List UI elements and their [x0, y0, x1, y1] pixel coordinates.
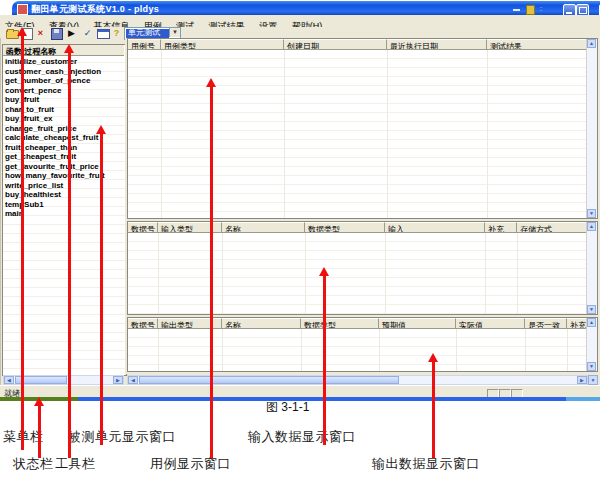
callout-output-window: 输出数据显示窗口: [372, 455, 480, 473]
column-gridline: [487, 50, 488, 218]
scroll-up-icon[interactable]: ▲: [587, 318, 596, 327]
column-gridline: [222, 329, 223, 371]
column-header[interactable]: 名称: [222, 222, 305, 233]
output-table-body: [128, 329, 587, 371]
column-header[interactable]: 数据类型: [305, 222, 385, 233]
delete-icon[interactable]: ×: [34, 28, 47, 39]
scroll-right-icon[interactable]: ▶: [577, 376, 587, 384]
scroll-down-icon[interactable]: ▼: [587, 305, 596, 314]
check-icon[interactable]: ✓: [81, 28, 94, 39]
app-icon: [17, 4, 28, 15]
column-header[interactable]: 数据号: [128, 318, 158, 329]
output-table-header: 数据号 输出类型 名称 数据类型 预期值 实际值 是否一致 补充: [128, 318, 587, 329]
input-data-table: 数据号 输入类型 名称 数据类型 输入 补充 存储方式 ▲ ▼: [127, 221, 598, 315]
column-gridline: [305, 233, 306, 314]
column-gridline: [379, 329, 380, 371]
usecase-vertical-scrollbar[interactable]: ▲ ▼: [586, 39, 597, 218]
column-header[interactable]: 是否一致: [525, 318, 567, 329]
callout-input-window: 输入数据显示窗口: [248, 428, 356, 446]
column-header[interactable]: 用例类型: [161, 39, 284, 50]
restore-icon: [579, 7, 587, 14]
annotation-arrow-menu-bar: [21, 35, 24, 450]
column-header[interactable]: 实际值: [456, 318, 525, 329]
scroll-down-icon[interactable]: ▼: [587, 209, 596, 218]
column-header[interactable]: 用例号: [128, 39, 161, 50]
scroll-down-icon[interactable]: ▼: [587, 362, 596, 371]
input-vertical-scrollbar[interactable]: ▲ ▼: [586, 222, 597, 314]
column-gridline: [301, 329, 302, 371]
figure-page: 翻田单元测试系统V1.0 - pldys : × 文件(F) 查看(V) 基本信…: [0, 0, 600, 483]
figure-caption: 图 3-1-1: [266, 399, 309, 416]
callout-usecase-window: 用例显示窗口: [150, 455, 231, 473]
annotation-arrow-status-bar: [38, 405, 41, 458]
column-gridline: [485, 233, 486, 314]
column-header[interactable]: 数据号: [128, 222, 158, 233]
column-header[interactable]: 预期值: [379, 318, 456, 329]
scroll-right-icon[interactable]: ▶: [113, 376, 123, 384]
callout-status-bar: 状态栏: [13, 455, 54, 473]
usecase-table: 用例号 用例类型 创建日期 最近执行日期 测试结果 ▲ ▼: [127, 38, 598, 219]
column-gridline: [567, 329, 568, 371]
annotation-arrow-unit-window: [100, 133, 103, 445]
input-table-body: [128, 233, 587, 314]
scroll-down-icon[interactable]: ▼: [588, 375, 598, 385]
column-header[interactable]: 测试结果: [487, 39, 587, 50]
minimize-icon: [566, 12, 572, 14]
column-header[interactable]: 创建日期: [284, 39, 387, 50]
save-icon[interactable]: [51, 28, 63, 40]
column-gridline: [517, 233, 518, 314]
window-bottom-border: [566, 397, 600, 401]
tray-dots-icon: :: [540, 5, 542, 12]
column-header[interactable]: 最近执行日期: [387, 39, 487, 50]
combobox-selected-value: 单元测试: [126, 29, 169, 38]
scroll-up-icon[interactable]: ▲: [587, 39, 596, 48]
column-gridline: [158, 329, 159, 371]
run-icon[interactable]: ▶: [65, 28, 78, 39]
column-gridline: [456, 329, 457, 371]
column-gridline: [385, 233, 386, 314]
column-header[interactable]: 输入: [385, 222, 485, 233]
chevron-down-icon[interactable]: ▼: [169, 28, 180, 37]
annotation-arrow-output-window: [432, 361, 435, 458]
column-gridline: [222, 233, 223, 314]
title-bar[interactable]: 翻田单元测试系统V1.0 - pldys : ×: [12, 1, 600, 16]
callout-unit-window: 被测单元显示窗口: [68, 428, 176, 446]
scrollbar-thumb[interactable]: [139, 376, 399, 384]
tool-bar: × ▶ ✓ ? 单元测试 ▼: [0, 27, 600, 38]
report-window-icon[interactable]: [97, 29, 110, 39]
annotation-arrow-usecase-window: [210, 86, 213, 458]
scroll-left-icon[interactable]: ◀: [128, 376, 138, 384]
column-header[interactable]: 数据类型: [301, 318, 379, 329]
column-gridline: [161, 50, 162, 218]
window-bottom-border: [78, 397, 566, 401]
column-header[interactable]: 补充: [485, 222, 517, 233]
tray-dash-icon: [513, 9, 520, 11]
annotation-arrow-input-window: [323, 275, 326, 445]
column-gridline: [525, 329, 526, 371]
column-header[interactable]: 补充: [567, 318, 587, 329]
output-vertical-scrollbar[interactable]: ▲ ▼: [586, 318, 597, 371]
scroll-left-icon[interactable]: ◀: [4, 376, 14, 384]
output-data-table: 数据号 输出类型 名称 数据类型 预期值 实际值 是否一致 补充 ▲ ▼: [127, 317, 598, 372]
usecase-table-body: [128, 50, 587, 218]
column-header[interactable]: 名称: [222, 318, 301, 329]
input-table-header: 数据号 输入类型 名称 数据类型 输入 补充 存储方式: [128, 222, 587, 233]
right-tables-area: 用例号 用例类型 创建日期 最近执行日期 测试结果 ▲ ▼ 数据号 输入类型: [127, 38, 598, 374]
tray-ime-icon: [526, 5, 535, 15]
right-horizontal-scrollbar[interactable]: ◀ ▶: [127, 375, 588, 385]
help-icon[interactable]: ?: [110, 28, 123, 39]
scroll-up-icon[interactable]: ▲: [587, 222, 596, 231]
column-header[interactable]: 存储方式: [517, 222, 587, 233]
titlebar-tray-icons: :: [510, 4, 560, 14]
callout-toolbar: 工具栏: [55, 455, 96, 473]
column-gridline: [158, 233, 159, 314]
usecase-table-header: 用例号 用例类型 创建日期 最近执行日期 测试结果: [128, 39, 587, 50]
column-gridline: [284, 50, 285, 218]
annotation-arrow-toolbar: [68, 52, 71, 458]
column-gridline: [387, 50, 388, 218]
